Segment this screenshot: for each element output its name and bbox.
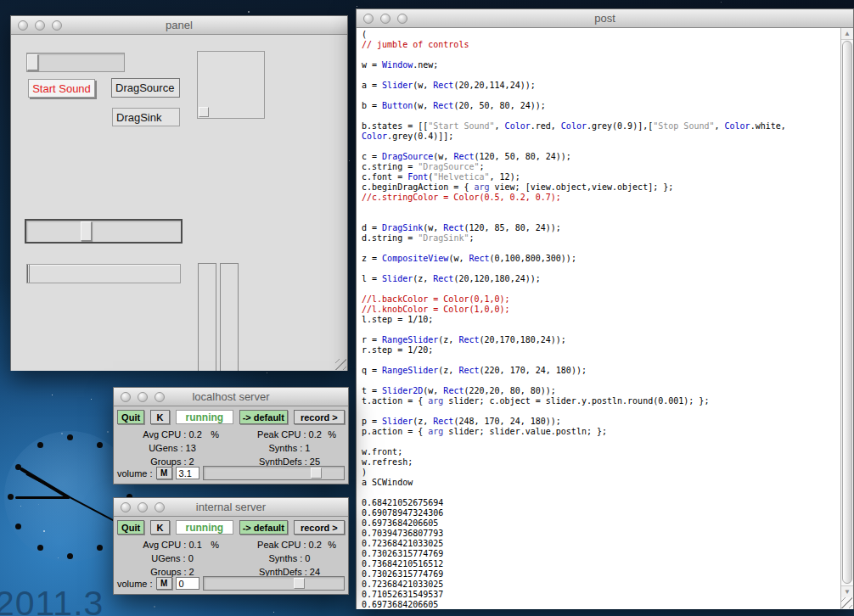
slider-2d-knob[interactable] xyxy=(199,107,209,117)
drag-sink-box[interactable]: DragSink xyxy=(112,108,180,126)
peak-cpu-unit: % xyxy=(328,540,336,550)
slider-2d[interactable] xyxy=(197,51,265,119)
close-button[interactable] xyxy=(121,502,131,512)
post-titlebar[interactable]: post xyxy=(357,9,853,28)
volume-slider[interactable] xyxy=(203,466,345,480)
code-line: // jumble of controls xyxy=(362,40,840,50)
internal-server-window: internal server Quit K running -> defaul… xyxy=(113,497,349,595)
synths-stat: Synths : 1 xyxy=(231,443,348,453)
zoom-button[interactable] xyxy=(397,14,407,24)
code-line: 0.73026315774769 xyxy=(362,549,840,559)
avg-cpu-unit: % xyxy=(211,540,219,550)
window-controls xyxy=(114,392,165,402)
record-button[interactable]: record > xyxy=(294,520,345,535)
code-line xyxy=(362,203,840,213)
code-line: w.front; xyxy=(362,447,840,457)
code-line: c.font = Font("Helvetica", 12); xyxy=(362,172,840,182)
post-code: (// jumble of controls w = Window.new; a… xyxy=(357,28,840,609)
code-line: l = Slider(z, Rect(20,120,180,24)); xyxy=(362,274,840,284)
volume-value-field[interactable]: 3.1 xyxy=(176,467,199,479)
volume-label: volume : xyxy=(117,579,153,589)
code-line: c = DragSource(w, Rect(120, 50, 80, 24))… xyxy=(362,152,840,162)
code-line: c.beginDragAction = { arg view; [view.ob… xyxy=(362,182,840,193)
minimize-button[interactable] xyxy=(138,502,148,512)
server-button-row: Quit K running -> default record > xyxy=(114,517,348,535)
zoom-button[interactable] xyxy=(155,392,165,402)
slider-l-knob[interactable] xyxy=(81,221,92,241)
code-line: p.action = { arg slider; slider.value.po… xyxy=(362,427,840,437)
code-line: t = Slider2D(w, Rect(220,20, 80, 80)); xyxy=(362,386,840,396)
internal-titlebar[interactable]: internal server xyxy=(114,498,348,517)
panel-window: panel Start Sound DragSource DragSink xyxy=(10,15,348,371)
minimize-button[interactable] xyxy=(138,392,148,402)
close-button[interactable] xyxy=(363,14,374,24)
code-line xyxy=(362,376,840,386)
code-line: 0.73026315774769 xyxy=(362,569,840,580)
clock-hour-marker xyxy=(37,545,43,551)
code-line: b = Button(w, Rect(20, 50, 80, 24)); xyxy=(362,101,840,111)
code-line: 0.73684210516512 xyxy=(362,559,840,569)
post-resize-handle[interactable] xyxy=(841,597,852,608)
volume-slider-knob[interactable] xyxy=(311,468,322,479)
code-line: 0.70394736807793 xyxy=(362,529,840,539)
code-line: r.step = 1/20; xyxy=(362,345,840,356)
close-button[interactable] xyxy=(18,20,28,31)
code-line: //l.knobColor = Color(1,0,0); xyxy=(362,305,840,315)
code-line: ) xyxy=(362,468,840,478)
clock-hour-marker xyxy=(15,464,21,470)
scrollbar-thumb[interactable] xyxy=(842,41,852,584)
make-default-button[interactable]: -> default xyxy=(239,520,288,535)
minimize-button[interactable] xyxy=(35,20,45,31)
localhost-titlebar[interactable]: localhost server xyxy=(114,388,348,406)
range-slider-r[interactable] xyxy=(26,264,181,283)
server-stats: Avg CPU : 0.1% Peak CPU : 0.2% UGens : 0… xyxy=(114,540,348,577)
post-content: (// jumble of controls w = Window.new; a… xyxy=(357,28,853,609)
server-button-row: Quit K running -> default record > xyxy=(114,406,348,424)
clock-hour-marker xyxy=(8,494,14,500)
quit-button[interactable]: Quit xyxy=(117,520,144,535)
slider-l[interactable] xyxy=(25,219,183,244)
clock-minute-hand xyxy=(15,496,70,499)
record-button[interactable]: record > xyxy=(294,410,345,424)
code-line: w = Window.new; xyxy=(362,60,840,70)
post-window: post (// jumble of controls w = Window.n… xyxy=(356,8,854,609)
code-line: 0.69078947324306 xyxy=(362,508,840,518)
slider-p[interactable] xyxy=(220,263,239,371)
volume-slider-knob[interactable] xyxy=(294,578,305,589)
range-slider-r-thumb[interactable] xyxy=(27,265,30,283)
code-line: p = Slider(z, Rect(248, 170, 24, 180)); xyxy=(362,417,840,427)
kill-button[interactable]: K xyxy=(150,520,169,535)
server-status: running xyxy=(176,410,233,424)
volume-value-field[interactable]: 0 xyxy=(176,577,199,590)
drag-source-box[interactable]: DragSource xyxy=(111,78,180,98)
start-sound-button[interactable]: Start Sound xyxy=(28,79,95,98)
code-line: 0.72368421033025 xyxy=(362,539,840,549)
server-status: running xyxy=(176,520,233,535)
scroll-up-arrow-icon[interactable]: ▲ xyxy=(841,28,853,40)
kill-button[interactable]: K xyxy=(150,410,169,424)
code-line xyxy=(362,213,840,223)
mute-button[interactable]: M xyxy=(156,577,172,590)
scroll-down-arrow-icon[interactable]: ▼ xyxy=(841,585,853,597)
mute-button[interactable]: M xyxy=(156,467,172,479)
zoom-button[interactable] xyxy=(52,20,62,31)
close-button[interactable] xyxy=(121,392,131,402)
zoom-button[interactable] xyxy=(155,502,165,512)
clock-hour-marker xyxy=(67,553,73,559)
make-default-button[interactable]: -> default xyxy=(239,410,288,424)
volume-slider[interactable] xyxy=(203,576,345,591)
range-slider-q[interactable] xyxy=(198,263,216,371)
minimize-button[interactable] xyxy=(380,14,390,24)
slider-a[interactable] xyxy=(26,53,125,72)
quit-button[interactable]: Quit xyxy=(117,410,144,424)
post-scrollbar[interactable]: ▲ ▼ xyxy=(840,28,853,609)
panel-resize-handle[interactable] xyxy=(335,359,346,370)
slider-a-knob[interactable] xyxy=(27,54,38,70)
code-line: t.action = { arg slider; c.object = slid… xyxy=(362,396,840,406)
synths-stat: Synths : 0 xyxy=(231,553,348,563)
code-line: c.string = "DragSource"; xyxy=(362,162,840,172)
clock-hour-marker xyxy=(97,545,103,551)
volume-label: volume : xyxy=(117,468,153,479)
panel-titlebar[interactable]: panel xyxy=(11,16,347,35)
code-line: Color.grey(0.4)]]; xyxy=(362,132,840,142)
